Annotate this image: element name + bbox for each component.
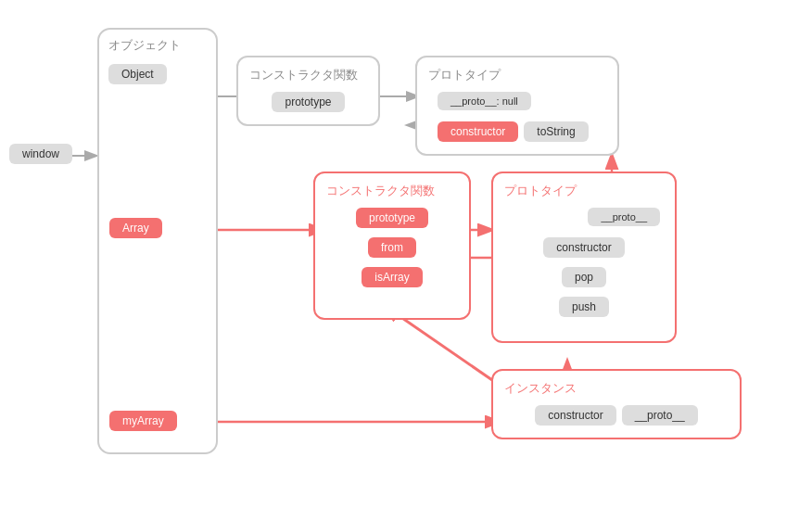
constructor-bottom-label: コンストラクタ関数 [326, 183, 458, 199]
prototype-bottom-box: プロトタイプ __proto__ constructor pop push [491, 172, 677, 343]
constructor-bottom-box: コンストラクタ関数 prototype from isArray [313, 172, 471, 320]
prototype-top-pill: prototype [272, 92, 344, 112]
array-pill-wrapper: Array [109, 215, 162, 241]
proto-null-pill: __proto__: null [438, 92, 531, 110]
object-column-box: オブジェクト Object [97, 28, 218, 454]
toString-pill: toString [524, 121, 588, 142]
diagram-container: window オブジェクト Object コンストラクタ関数 prototype… [0, 0, 812, 521]
isArray-pill: isArray [362, 267, 422, 287]
proto-bottom-pill: __proto__ [588, 208, 660, 226]
window-box: window [9, 141, 72, 167]
pop-pill: pop [562, 267, 606, 287]
instance-proto-pill: __proto__ [622, 405, 698, 426]
array-pill: Array [109, 218, 162, 238]
object-col-label: オブジェクト [99, 30, 216, 57]
prototype-top-label: プロトタイプ [428, 67, 606, 83]
myarray-pill-wrapper: myArray [109, 408, 177, 434]
constructor-top-box: コンストラクタ関数 prototype [236, 56, 380, 126]
object-pill: Object [108, 64, 167, 84]
constructor-top-pill: constructor [438, 121, 518, 142]
instance-constructor-pill: constructor [535, 405, 615, 426]
prototype-pill: prototype [356, 208, 428, 228]
instance-box: インスタンス constructor __proto__ [491, 369, 742, 439]
constructor-top-label: コンストラクタ関数 [249, 67, 367, 83]
constructor-b1-pill: constructor [543, 237, 624, 258]
instance-label: インスタンス [504, 380, 729, 397]
window-pill: window [9, 144, 72, 164]
prototype-top-box: プロトタイプ __proto__: null constructor toStr… [415, 56, 619, 156]
myarray-pill: myArray [109, 411, 177, 431]
push-pill: push [559, 297, 609, 317]
from-pill: from [368, 237, 416, 258]
prototype-bottom-label: プロトタイプ [504, 183, 664, 199]
